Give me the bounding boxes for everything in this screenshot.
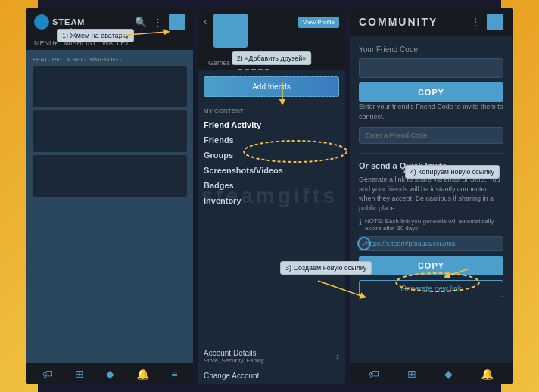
account-details-sub: Store, Security, Family [204, 357, 264, 364]
dots-icon[interactable]: ⋮ [153, 17, 163, 28]
back-arrow-icon[interactable]: ‹ [204, 15, 207, 27]
content-badges[interactable]: Badges [204, 178, 339, 193]
content-groups[interactable]: Groups [204, 148, 339, 163]
left-panel: STEAM 🔍 ⋮ MENU▾ WISHLIST WALLET 1) Жмем … [26, 8, 193, 384]
steam-header-icons: 🔍 ⋮ [135, 14, 185, 30]
featured-cards [33, 66, 187, 197]
grid-icon-right[interactable]: ⊞ [407, 368, 416, 380]
diamond-icon-right[interactable]: ◆ [444, 368, 453, 380]
change-account[interactable]: Change Account [198, 369, 345, 384]
my-content-section: MY CONTENT Friend Activity Friends Group… [198, 103, 345, 344]
link-display: https://s.team/p/ваша/ссылка [359, 236, 503, 251]
tooltip-3: 3) Создаем новую ссылку [280, 261, 372, 275]
tab-games[interactable]: Games [204, 57, 235, 70]
featured-card-3 [33, 155, 187, 197]
bell-icon-left[interactable]: 🔔 [136, 368, 149, 380]
left-bottom-bar: 🏷 ⊞ ◆ 🔔 ≡ [26, 363, 193, 384]
friend-code-section: Your Friend Code COPY Enter your friend'… [359, 45, 503, 144]
generate-link-button[interactable]: Generate new link [359, 280, 503, 297]
avatar-small[interactable] [169, 14, 185, 30]
my-content-label: MY CONTENT [204, 107, 339, 114]
tooltip-1: 1) Жмем на аватарку [57, 29, 134, 42]
middle-panel: ‹ View Profile 2) «Добавить друзей» Game… [198, 8, 345, 384]
content-screenshots[interactable]: Screenshots/Videos [204, 163, 339, 178]
featured-card-2 [33, 110, 187, 152]
tag-icon-left[interactable]: 🏷 [42, 368, 53, 380]
tooltip-2: 2) «Добавить друзей» [232, 51, 312, 65]
main-container: STEAM 🔍 ⋮ MENU▾ WISHLIST WALLET 1) Жмем … [26, 8, 513, 384]
friend-code-input[interactable] [359, 58, 503, 78]
friend-code-desc: Enter your friend's Friend Code to invit… [359, 102, 503, 121]
tag-icon-right[interactable]: 🏷 [369, 368, 379, 380]
profile-header: ‹ View Profile [198, 8, 345, 54]
left-content: FEATURED & RECOMMENDED [26, 50, 193, 363]
community-title: COMMUNITY [359, 16, 438, 28]
steam-logo: STEAM [34, 14, 86, 30]
profile-avatar[interactable] [213, 14, 248, 48]
quick-invite-desc: Generate a link to share via email or SM… [359, 175, 503, 213]
friend-code-copy-button[interactable]: COPY [359, 82, 503, 102]
diamond-icon-left[interactable]: ◆ [106, 368, 114, 380]
note-content: NOTE: Each link you generate will automa… [365, 218, 503, 232]
community-bottom-bar: 🏷 ⊞ ◆ 🔔 [350, 363, 513, 384]
content-friends[interactable]: Friends [204, 132, 339, 148]
nav-menu[interactable]: MENU▾ [34, 39, 58, 47]
note-icon: ℹ [359, 218, 362, 226]
quick-invite-copy-button[interactable]: COPY [359, 256, 503, 275]
add-friends-button[interactable]: Add friends [204, 76, 339, 97]
community-avatar[interactable] [487, 14, 503, 30]
bell-icon-right[interactable]: 🔔 [481, 368, 494, 380]
grid-icon-left[interactable]: ⊞ [75, 368, 84, 380]
featured-card-1 [33, 66, 187, 107]
friend-code-label: Your Friend Code [359, 45, 503, 54]
community-header: COMMUNITY ⋮ [350, 8, 513, 36]
account-arrow-icon: › [336, 351, 339, 362]
account-details-label: Account Details [204, 349, 264, 357]
account-details-info: Account Details Store, Security, Family [204, 349, 264, 364]
steam-logo-icon [34, 14, 49, 30]
community-menu-icon[interactable]: ⋮ [470, 16, 481, 28]
view-profile-button[interactable]: View Profile [298, 17, 339, 28]
right-panel: COMMUNITY ⋮ Your Friend Code COPY Enter … [350, 8, 513, 384]
note-text: ℹ NOTE: Each link you generate will auto… [359, 218, 503, 232]
quick-invite-section: Or send a Quick Invite Generate a link t… [359, 161, 503, 297]
community-header-right: ⋮ [470, 14, 503, 30]
menu-icon-left[interactable]: ≡ [171, 368, 177, 380]
enter-friend-code-input[interactable] [359, 127, 503, 144]
featured-label: FEATURED & RECOMMENDED [33, 56, 187, 63]
search-icon[interactable]: 🔍 [135, 17, 147, 28]
divider [359, 153, 503, 154]
content-friend-activity[interactable]: Friend Activity [204, 117, 339, 132]
community-content: Your Friend Code COPY Enter your friend'… [350, 36, 513, 363]
account-details[interactable]: Account Details Store, Security, Family … [198, 344, 345, 369]
tooltip-4: 4) Копируем новую ссылку [405, 165, 500, 179]
content-inventory[interactable]: Inventory [204, 193, 339, 208]
